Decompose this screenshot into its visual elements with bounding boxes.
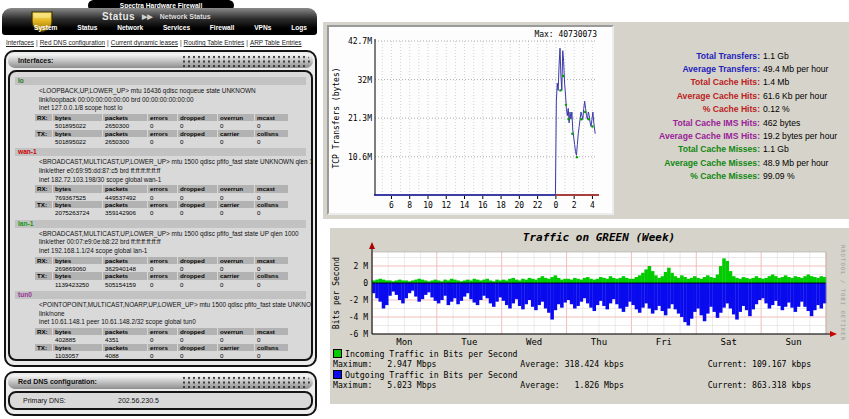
stat-line: Average Transfers:49.4 Mb per hour (619, 62, 848, 75)
red-dns-box: Red DNS configuration: Primary DNS:202.5… (4, 371, 317, 416)
svg-text:-2 M: -2 M (349, 296, 368, 305)
svg-text:Fri: Fri (656, 337, 672, 347)
svg-text:Tue: Tue (461, 337, 477, 347)
table-header-cell: overrun (218, 257, 254, 264)
table-value-cell: 0 (148, 336, 178, 343)
row-label: RX: (35, 328, 52, 335)
stat-value: 1.1 Gb (763, 51, 789, 61)
row-label: TX: (35, 130, 52, 137)
interface-section-lan-1: lan-1<BROADCAST,MULTICAST,UP,LOWER_UP> m… (15, 220, 306, 288)
menu-item-services[interactable]: Services (163, 24, 190, 31)
interface-name-bar: wan-1 (15, 148, 306, 156)
interface-counters-table: RX:bytespacketserrorsdroppedoverrunmcast… (35, 114, 306, 146)
stat-value: 1.4 Mb (763, 77, 789, 87)
row-label (35, 336, 53, 343)
svg-text:42.7M: 42.7M (348, 37, 372, 46)
table-value-cell: 0 (218, 352, 255, 359)
table-value-cell: 0 (178, 194, 218, 201)
stat-line: Average Cache Hits:61.6 Kb per hour (619, 89, 848, 102)
stat-line: Total Cache Hits:1.4 Mb (619, 76, 848, 89)
interfaces-box: Interfaces: lo<LOOPBACK,UP,LOWER_UP> mtu… (4, 50, 317, 367)
dns-row: Secondary DNS:202.56.230.6 (23, 406, 306, 410)
table-header-cell: collsns (255, 201, 288, 208)
traffic-graph-legend: Incoming Traffic in Bits per SecondMaxim… (333, 349, 811, 390)
table-value-cell: 0 (255, 336, 289, 343)
table-value-cell: 0 (148, 138, 178, 145)
table-header-cell: bytes (53, 328, 102, 335)
table-header-cell: carrier (218, 130, 254, 137)
menu-item-status[interactable]: Status (77, 24, 97, 31)
stat-label: % Cache Hits: (619, 104, 760, 114)
stat-label: % Cache Misses: (619, 171, 760, 181)
link-red-dns-configuration[interactable]: Red DNS configuration (40, 39, 105, 46)
interface-name-bar: lan-1 (15, 220, 306, 228)
table-value-cell: 0 (218, 281, 255, 288)
red-dns-box-title: Red DNS configuration: (18, 378, 97, 385)
table-value-cell: 0 (148, 265, 178, 272)
table-header-cell: carrier (218, 344, 254, 351)
table-value-cell: 0 (255, 209, 289, 216)
table-value-cell: 0 (218, 336, 255, 343)
legend-swatch-icon (333, 349, 342, 358)
table-value-cell: 0 (148, 281, 178, 288)
interface-detail-line: inet 10.61.148.1 peer 10.61.148.2/32 sco… (39, 318, 306, 327)
stat-label: Total Cache IMS Hits: (619, 118, 760, 128)
menu-item-vpns[interactable]: VPNs (254, 24, 271, 31)
interface-name-bar: lo (15, 77, 306, 85)
svg-text:Thu: Thu (591, 337, 607, 347)
table-header-cell: mcast (255, 114, 288, 121)
cache-statistics: Total Transfers:1.1 GbAverage Transfers:… (619, 49, 848, 183)
menu-item-logs[interactable]: Logs (291, 24, 307, 31)
svg-text:Sun: Sun (785, 337, 801, 347)
link-current-dynamic-leases[interactable]: Current dynamic leases (111, 39, 178, 46)
svg-text:8: 8 (407, 201, 412, 210)
table-header-cell: bytes (53, 130, 102, 137)
stat-value: 61.6 Kb per hour (763, 91, 827, 101)
row-label: TX: (35, 344, 52, 351)
nav-section-title: Status (102, 11, 135, 22)
row-label (35, 122, 53, 129)
svg-text:Bits per Second: Bits per Second (332, 257, 341, 329)
table-value-cell: 0 (255, 122, 289, 129)
table-header-cell: packets (103, 257, 147, 264)
legend-stats-line: Maximum: 2.947 Mbps Average: 318.424 kbp… (333, 359, 811, 369)
legend-series-line: Incoming Traffic in Bits per Second (333, 349, 811, 359)
svg-text:14: 14 (460, 201, 470, 210)
svg-text:21.3M: 21.3M (348, 114, 372, 123)
table-header-cell: errors (148, 201, 177, 208)
table-header-cell: collsns (255, 130, 288, 137)
nav-subsection-title: Network Status (160, 13, 211, 20)
table-header-cell: errors (148, 130, 177, 137)
stat-label: Total Transfers: (619, 51, 760, 61)
menu-item-firewall[interactable]: Firewall (210, 24, 235, 31)
stat-label: Total Cache Misses: (619, 144, 760, 154)
breadcrumb: Status ▶▶ Network Status (102, 11, 211, 22)
menu-item-network[interactable]: Network (117, 24, 143, 31)
stat-value: 49.4 Mb per hour (763, 64, 828, 74)
interfaces-box-header: Interfaces: (8, 54, 313, 68)
row-label (35, 194, 53, 201)
stat-line: Average Cache IMS Hits:19.2 bytes per ho… (619, 129, 848, 142)
row-label (35, 138, 53, 145)
section-links-row: Interfaces|Red DNS configuration|Current… (6, 39, 302, 46)
table-header-cell: errors (148, 257, 177, 264)
svg-text:22: 22 (533, 201, 543, 210)
table-header-cell: overrun (218, 114, 254, 121)
svg-text:2 M: 2 M (354, 262, 369, 271)
table-header-cell: collsns (255, 272, 288, 279)
link-arp-table-entries[interactable]: ARP Table Entries (250, 39, 302, 46)
table-header-cell: dropped (178, 328, 217, 335)
table-header-cell: packets (103, 114, 147, 121)
table-value-cell: 0 (148, 352, 178, 359)
table-value-cell: 0 (148, 209, 178, 216)
table-value-cell: 769367525 (53, 194, 103, 201)
table-header-cell: errors (148, 272, 177, 279)
row-label: RX: (35, 257, 52, 264)
table-value-cell: 1103057 (53, 352, 103, 359)
interface-section-tun0: tun0<POINTOPOINT,MULTICAST,NOARP,UP,LOWE… (15, 291, 306, 359)
stat-value: 99.09 % (763, 171, 795, 181)
link-routing-table-entries[interactable]: Routing Table Entries (184, 39, 245, 46)
menu-item-system[interactable]: System (34, 24, 57, 31)
svg-text:Wed: Wed (526, 337, 542, 347)
link-interfaces[interactable]: Interfaces (6, 39, 34, 46)
